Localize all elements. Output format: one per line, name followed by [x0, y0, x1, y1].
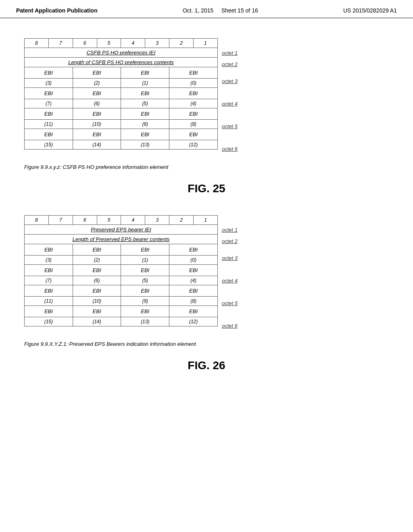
- bit-1: 1: [194, 216, 218, 225]
- page-header: Patent Application Publication Oct. 1, 2…: [0, 0, 413, 18]
- bit-8: 8: [25, 216, 49, 225]
- num-5: (5): [121, 276, 169, 285]
- ebi-9: EBI: [25, 108, 73, 120]
- fig25-length-label: Length of CSFB PS HO preferences content…: [25, 58, 218, 67]
- fig25-caption: Figure 9.9.x.y.z: CSFB PS HO preference …: [24, 164, 389, 170]
- bit-5: 5: [97, 216, 121, 225]
- fig25-octet3-nums: (3) (2) (1) (0): [25, 79, 218, 88]
- num-10: (10): [73, 297, 121, 306]
- fig26-octet3-nums: (3) (2) (1) (0): [25, 256, 218, 265]
- fig25-octet2-label: octet 2: [222, 58, 238, 70]
- fig26-row-length: Length of Preserved EPS bearer contents: [25, 235, 218, 244]
- fig26-octet1-label: octet 1: [222, 224, 238, 235]
- num-2: (2): [73, 256, 121, 265]
- num-1: (1): [121, 79, 169, 88]
- num-11: (11): [25, 120, 73, 129]
- bit-6: 6: [73, 216, 97, 225]
- fig26-title: FIG. 26: [24, 359, 389, 372]
- bit-7: 7: [48, 216, 73, 225]
- num-5: (5): [121, 99, 169, 108]
- num-8: (8): [169, 297, 218, 306]
- fig25-octet6-label: octet 6: [222, 137, 238, 160]
- num-6: (6): [73, 276, 121, 285]
- fig25-table: 8 7 6 5 4 3 2 1 CSFB PS HO preferences I…: [24, 38, 218, 150]
- bit-4: 4: [121, 216, 145, 225]
- fig26-octet3-ebi: EBI EBI EBI EBI: [25, 244, 218, 256]
- fig25-octet6-ebi: EBI EBI EBI EBI: [25, 129, 218, 140]
- num-6: (6): [73, 99, 121, 108]
- fig25-octet1-label: octet 1: [222, 47, 238, 58]
- fig25-octet4-label: octet 4: [222, 92, 238, 115]
- fig25-octet3-label: octet 3: [222, 70, 238, 92]
- fig26-octet2-label: octet 2: [222, 235, 238, 247]
- ebi-16: EBI: [169, 306, 218, 317]
- bit-2: 2: [169, 216, 194, 225]
- bit-4: 4: [121, 39, 145, 48]
- num-15: (15): [25, 317, 73, 326]
- fig26-octet4-nums: (7) (6) (5) (4): [25, 276, 218, 285]
- fig25-row-length: Length of CSFB PS HO preferences content…: [25, 58, 218, 67]
- fig26-iei-label: Preserved EPS bearer IEI: [25, 225, 218, 235]
- fig26-length-label: Length of Preserved EPS bearer contents: [25, 235, 218, 244]
- num-4: (4): [169, 99, 218, 108]
- fig26-octet4-label: octet 4: [222, 269, 238, 292]
- num-11: (11): [25, 297, 73, 306]
- header-publication: Patent Application Publication: [16, 7, 98, 14]
- ebi-13: EBI: [25, 306, 73, 317]
- num-3: (3): [25, 79, 73, 88]
- ebi-7: EBI: [121, 265, 169, 276]
- ebi-6: EBI: [73, 88, 121, 99]
- bit-8: 8: [25, 39, 49, 48]
- ebi-14: EBI: [73, 129, 121, 140]
- fig25-octet5-ebi: EBI EBI EBI EBI: [25, 108, 218, 120]
- ebi-2: EBI: [73, 244, 121, 256]
- fig25-section: 8 7 6 5 4 3 2 1 CSFB PS HO preferences I…: [24, 38, 389, 195]
- num-13: (13): [121, 317, 169, 326]
- fig26-octet5-ebi: EBI EBI EBI EBI: [25, 285, 218, 297]
- num-9: (9): [121, 120, 169, 129]
- ebi-8: EBI: [169, 265, 218, 276]
- num-1: (1): [121, 256, 169, 265]
- bit-5: 5: [97, 39, 121, 48]
- ebi-10: EBI: [73, 108, 121, 120]
- ebi-12: EBI: [169, 108, 218, 120]
- num-14: (14): [73, 140, 121, 150]
- header-patent-num: US 2015/0282029 A1: [343, 7, 397, 14]
- num-0: (0): [169, 256, 218, 265]
- fig25-iei-label: CSFB PS HO preferences IEI: [25, 48, 218, 58]
- num-10: (10): [73, 120, 121, 129]
- ebi-2: EBI: [73, 67, 121, 79]
- num-15: (15): [25, 140, 73, 150]
- header-sheet: Sheet 15 of 16: [221, 7, 258, 14]
- ebi-5: EBI: [25, 265, 73, 276]
- bit-number-row: 8 7 6 5 4 3 2 1: [25, 39, 218, 48]
- ebi-5: EBI: [25, 88, 73, 99]
- ebi-4: EBI: [169, 244, 218, 256]
- fig25-row-iei: CSFB PS HO preferences IEI: [25, 48, 218, 58]
- bit-3: 3: [145, 216, 169, 225]
- num-8: (8): [169, 120, 218, 129]
- header-date-sheet: Oct. 1, 2015 Sheet 15 of 16: [183, 7, 258, 14]
- num-3: (3): [25, 256, 73, 265]
- ebi-6: EBI: [73, 265, 121, 276]
- fig26-octet-labels: octet 1 octet 2 octet 3 octet 4 octet 5 …: [222, 215, 238, 337]
- fig26-octet5-label: octet 5: [222, 292, 238, 314]
- ebi-3: EBI: [121, 67, 169, 79]
- bit-1: 1: [193, 39, 217, 48]
- num-4: (4): [169, 276, 218, 285]
- num-9: (9): [121, 297, 169, 306]
- bit-6: 6: [73, 39, 97, 48]
- bit-3: 3: [145, 39, 169, 48]
- ebi-8: EBI: [169, 88, 218, 99]
- fig25-title: FIG. 25: [24, 182, 389, 195]
- fig26-row-iei: Preserved EPS bearer IEI: [25, 225, 218, 235]
- ebi-14: EBI: [73, 306, 121, 317]
- ebi-9: EBI: [25, 285, 73, 297]
- fig25-octet5-label: octet 5: [222, 115, 238, 137]
- fig25-octet4-ebi: EBI EBI EBI EBI: [25, 88, 218, 99]
- ebi-4: EBI: [169, 67, 218, 79]
- fig26-octet4-ebi: EBI EBI EBI EBI: [25, 265, 218, 276]
- fig25-octet4-nums: (7) (6) (5) (4): [25, 99, 218, 108]
- fig25-octet-labels: octet 1 octet 2 octet 3 octet 4 octet 5 …: [222, 38, 238, 160]
- fig26-octet6-label: octet 6: [222, 314, 238, 337]
